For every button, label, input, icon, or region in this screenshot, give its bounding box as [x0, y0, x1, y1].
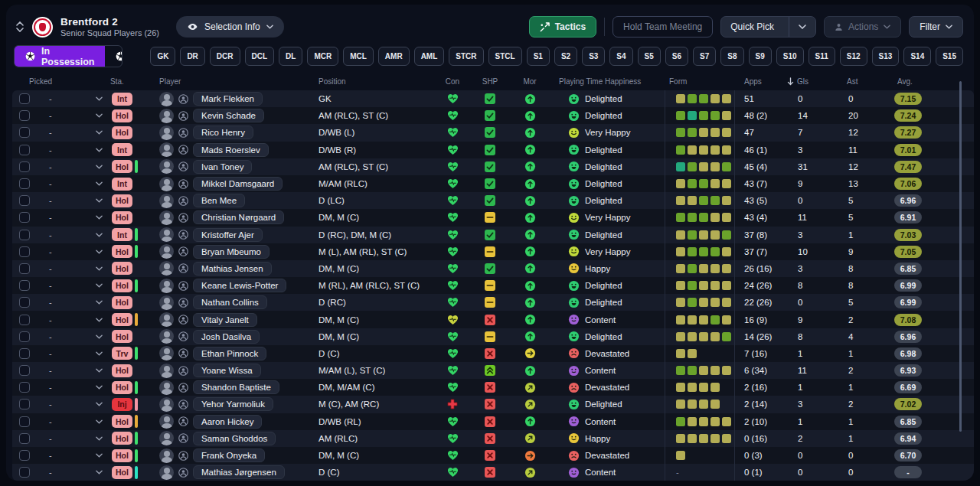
row-checkbox[interactable]: [19, 467, 30, 478]
player-profile-icon[interactable]: [178, 145, 188, 155]
row-checkbox[interactable]: [19, 212, 30, 223]
position-filter-amr[interactable]: AMR: [378, 47, 410, 66]
row-checkbox[interactable]: [19, 280, 30, 291]
position-filter-s6[interactable]: S6: [665, 47, 688, 66]
player-profile-icon[interactable]: [178, 451, 188, 461]
position-filter-stcr[interactable]: STCR: [449, 47, 483, 66]
picked-dropdown[interactable]: -: [37, 142, 110, 158]
tactics-button[interactable]: Tactics: [529, 16, 596, 38]
row-checkbox[interactable]: [19, 315, 30, 325]
position-filter-s15[interactable]: S15: [936, 47, 963, 66]
row-checkbox[interactable]: [19, 246, 30, 257]
player-profile-icon[interactable]: [178, 468, 188, 478]
column-header-position[interactable]: Position: [318, 77, 435, 86]
vertical-scrollbar[interactable]: [959, 81, 962, 432]
player-name[interactable]: Josh Dasilva: [193, 330, 260, 344]
player-profile-icon[interactable]: [178, 383, 188, 393]
picked-dropdown[interactable]: -: [37, 277, 110, 294]
player-name[interactable]: Keane Lewis-Potter: [193, 279, 286, 292]
position-filter-s14[interactable]: S14: [903, 47, 931, 66]
player-name[interactable]: Vitaly Janelt: [193, 313, 257, 327]
player-profile-icon[interactable]: [178, 94, 188, 104]
player-profile-icon[interactable]: [178, 348, 188, 358]
picked-dropdown[interactable]: -: [37, 464, 110, 481]
player-name[interactable]: Mathias Jensen: [193, 262, 272, 276]
row-checkbox[interactable]: [19, 416, 30, 427]
row-checkbox[interactable]: [19, 161, 30, 172]
row-checkbox[interactable]: [19, 230, 30, 240]
chevron-down-icon[interactable]: [16, 28, 24, 32]
chevron-up-icon[interactable]: [16, 21, 24, 26]
player-profile-icon[interactable]: [178, 246, 188, 256]
player-name[interactable]: Yehor Yarmoliuk: [193, 397, 273, 411]
player-profile-icon[interactable]: [178, 315, 188, 325]
player-name[interactable]: Kevin Schade: [193, 109, 264, 122]
player-profile-icon[interactable]: [178, 281, 188, 291]
player-name[interactable]: Saman Ghoddos: [193, 432, 276, 445]
row-checkbox[interactable]: [19, 382, 30, 393]
picked-dropdown[interactable]: -: [37, 379, 110, 396]
position-filter-s4[interactable]: S4: [609, 47, 632, 66]
actions-button[interactable]: Actions: [824, 16, 901, 38]
position-filter-dcr[interactable]: DCR: [210, 47, 240, 66]
position-filter-aml[interactable]: AML: [414, 47, 445, 66]
row-checkbox[interactable]: [19, 127, 30, 138]
row-checkbox[interactable]: [19, 450, 30, 461]
player-profile-icon[interactable]: [178, 366, 188, 376]
hold-team-meeting-button[interactable]: Hold Team Meeting: [612, 16, 713, 38]
column-header-mor[interactable]: Mor: [510, 77, 550, 86]
picked-dropdown[interactable]: -: [37, 345, 110, 362]
player-name[interactable]: Ivan Toney: [193, 160, 252, 174]
picked-dropdown[interactable]: -: [37, 175, 110, 192]
position-filter-s5[interactable]: S5: [638, 47, 661, 66]
player-name[interactable]: Frank Onyeka: [193, 448, 265, 462]
player-name[interactable]: Bryan Mbeumo: [193, 245, 270, 259]
row-checkbox[interactable]: [19, 178, 30, 189]
player-name[interactable]: Ethan Pinnock: [193, 347, 266, 360]
quick-pick-button[interactable]: Quick Pick: [720, 16, 816, 38]
player-profile-icon[interactable]: [178, 433, 188, 443]
position-filter-s10[interactable]: S10: [776, 47, 804, 66]
player-profile-icon[interactable]: [178, 111, 188, 121]
quick-pick-label[interactable]: Quick Pick: [721, 17, 783, 37]
position-filter-gk[interactable]: GK: [150, 47, 175, 66]
row-checkbox[interactable]: [19, 348, 30, 359]
column-header-apps[interactable]: Apps: [735, 77, 787, 86]
sort-descending-icon[interactable]: [787, 77, 794, 86]
row-checkbox[interactable]: [19, 195, 30, 206]
player-profile-icon[interactable]: [178, 416, 188, 426]
row-checkbox[interactable]: [19, 433, 30, 444]
row-checkbox[interactable]: [19, 263, 30, 274]
picked-dropdown[interactable]: -: [37, 90, 110, 107]
picked-dropdown[interactable]: -: [37, 227, 110, 243]
position-filter-dr[interactable]: DR: [180, 47, 204, 66]
position-filter-s11[interactable]: S11: [808, 47, 835, 66]
position-filter-mcl[interactable]: MCL: [343, 47, 374, 66]
position-filter-s3[interactable]: S3: [582, 47, 605, 66]
player-name[interactable]: Mathias Jørgensen: [193, 465, 285, 479]
player-profile-icon[interactable]: [178, 179, 188, 189]
position-filter-s2[interactable]: S2: [554, 47, 577, 66]
player-name[interactable]: Kristoffer Ajer: [193, 228, 263, 242]
player-name[interactable]: Aaron Hickey: [193, 415, 262, 429]
position-filter-mcr[interactable]: MCR: [307, 47, 338, 66]
picked-dropdown[interactable]: -: [37, 328, 110, 345]
picked-dropdown[interactable]: -: [37, 311, 110, 328]
player-name[interactable]: Yoane Wissa: [193, 364, 261, 377]
player-name[interactable]: Christian Nørgaard: [193, 210, 284, 224]
column-header-gls[interactable]: Gls: [787, 77, 838, 86]
position-filter-stcl[interactable]: STCL: [488, 47, 522, 66]
position-filter-s7[interactable]: S7: [693, 47, 716, 66]
quick-pick-dropdown[interactable]: [789, 17, 815, 37]
picked-dropdown[interactable]: -: [37, 260, 110, 277]
selection-info-button[interactable]: Selection Info: [176, 16, 284, 38]
column-header-form[interactable]: Form: [665, 77, 735, 86]
picked-dropdown[interactable]: -: [37, 107, 110, 124]
player-profile-icon[interactable]: [178, 230, 188, 240]
player-profile-icon[interactable]: [178, 298, 188, 308]
picked-dropdown[interactable]: -: [37, 447, 110, 464]
row-checkbox[interactable]: [19, 93, 30, 104]
position-filter-s13[interactable]: S13: [872, 47, 900, 66]
row-checkbox[interactable]: [19, 297, 30, 308]
picked-dropdown[interactable]: -: [37, 430, 110, 447]
